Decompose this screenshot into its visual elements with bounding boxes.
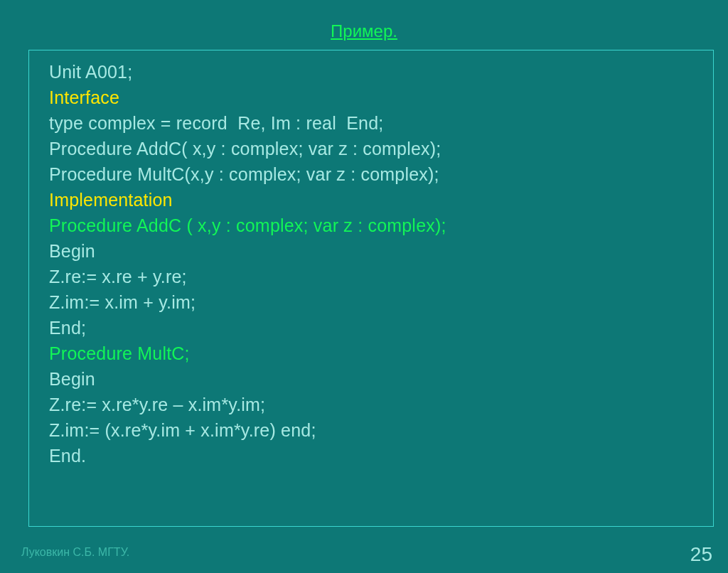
code-line: Procedure AddC ( x,y : complex; var z : … — [49, 213, 693, 238]
code-line: End; — [49, 315, 693, 341]
slide-title: Пример. — [0, 21, 728, 41]
code-line: Z.im:= x.im + y.im; — [49, 289, 693, 315]
slide: Пример. Unit A001; Interface type comple… — [0, 0, 728, 573]
code-line: Procedure AddC( x,y : complex; var z : c… — [49, 136, 693, 161]
code-line: Z.re:= x.re*y.re – x.im*y.im; — [49, 392, 693, 417]
author-label: Луковкин С.Б. МГТУ. — [21, 546, 129, 559]
code-line: End. — [49, 443, 693, 468]
code-line: Begin — [49, 238, 693, 264]
page-number: 25 — [690, 543, 712, 566]
code-line: Interface — [49, 85, 693, 110]
code-line: Z.re:= x.re + y.re; — [49, 264, 693, 289]
code-line: Begin — [49, 366, 693, 392]
code-line: Z.im:= (x.re*y.im + x.im*y.re) end; — [49, 417, 693, 443]
code-line: Procedure MultC; — [49, 341, 693, 366]
code-box: Unit A001; Interface type complex = reco… — [28, 50, 714, 527]
code-line: type complex = record Re, Im : real End; — [49, 110, 693, 136]
code-line: Unit A001; — [49, 59, 693, 85]
code-line: Implementation — [49, 187, 693, 213]
code-line: Procedure MultC(x,y : complex; var z : c… — [49, 161, 693, 187]
